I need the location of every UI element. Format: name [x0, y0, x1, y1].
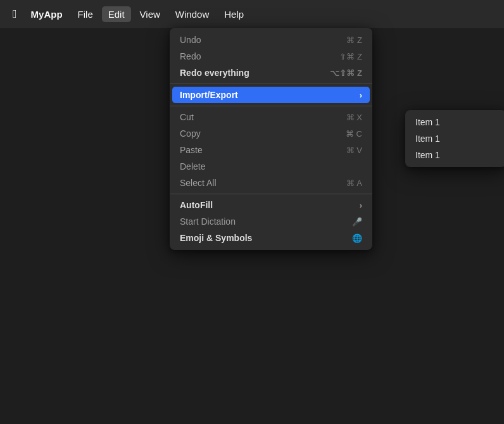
- app-name-menu-item[interactable]: MyApp: [25, 6, 69, 22]
- separator-3: [170, 194, 372, 194]
- cut-shortcut: ⌘ X: [346, 113, 362, 122]
- emoji-symbols-icon: 🌐: [352, 234, 362, 243]
- copy-label: Copy: [180, 128, 201, 139]
- paste-shortcut: ⌘ V: [346, 146, 362, 155]
- redo-everything-menu-item[interactable]: Redo everything ⌥⇧⌘ Z: [170, 65, 372, 81]
- submenu-item-1-label: Item 1: [415, 117, 440, 127]
- delete-menu-item[interactable]: Delete: [170, 158, 372, 175]
- undo-menu-item[interactable]: Undo ⌘ Z: [170, 32, 372, 48]
- import-export-chevron-icon: ›: [360, 90, 362, 100]
- redo-everything-shortcut: ⌥⇧⌘ Z: [330, 68, 362, 78]
- import-export-submenu: Item 1 Item 1 Item 1: [405, 110, 504, 167]
- delete-label: Delete: [180, 161, 205, 171]
- redo-shortcut: ⇧⌘ Z: [339, 52, 362, 61]
- redo-menu-item[interactable]: Redo ⇧⌘ Z: [170, 48, 372, 65]
- edit-dropdown-menu: Undo ⌘ Z Redo ⇧⌘ Z Redo everything ⌥⇧⌘ Z…: [170, 28, 372, 250]
- menu-bar:  MyApp File Edit View Window Help: [0, 0, 504, 28]
- select-all-shortcut: ⌘ A: [346, 178, 362, 188]
- file-menu-item[interactable]: File: [72, 6, 99, 22]
- submenu-item-1[interactable]: Item 1: [405, 114, 504, 130]
- paste-label: Paste: [180, 145, 203, 155]
- emoji-symbols-menu-item[interactable]: Emoji & Symbols 🌐: [170, 230, 372, 246]
- redo-everything-label: Redo everything: [180, 68, 249, 78]
- cut-label: Cut: [180, 112, 194, 122]
- autofill-chevron-icon: ›: [360, 201, 362, 210]
- submenu-item-2-label: Item 1: [415, 134, 440, 144]
- start-dictation-label: Start Dictation: [180, 216, 236, 227]
- copy-menu-item[interactable]: Copy ⌘ C: [170, 125, 372, 142]
- help-menu-item[interactable]: Help: [218, 6, 250, 22]
- dictation-icon: 🎤: [352, 217, 362, 227]
- view-menu-item[interactable]: View: [134, 6, 167, 22]
- submenu-item-3[interactable]: Item 1: [405, 147, 504, 163]
- window-menu-item[interactable]: Window: [169, 6, 215, 22]
- apple-menu-item[interactable]: : [8, 5, 22, 23]
- paste-menu-item[interactable]: Paste ⌘ V: [170, 142, 372, 158]
- separator-1: [170, 84, 372, 84]
- separator-2: [170, 106, 372, 106]
- select-all-menu-item[interactable]: Select All ⌘ A: [170, 175, 372, 191]
- edit-menu-item[interactable]: Edit: [102, 6, 131, 22]
- autofill-label: AutoFill: [180, 200, 213, 210]
- autofill-menu-item[interactable]: AutoFill ›: [170, 197, 372, 213]
- import-export-menu-item[interactable]: Import/Export ›: [172, 87, 370, 103]
- select-all-label: Select All: [180, 178, 217, 188]
- start-dictation-menu-item[interactable]: Start Dictation 🎤: [170, 213, 372, 230]
- undo-label: Undo: [180, 35, 201, 45]
- copy-shortcut: ⌘ C: [346, 129, 362, 139]
- import-export-label: Import/Export: [180, 90, 238, 100]
- submenu-item-3-label: Item 1: [415, 150, 440, 160]
- undo-shortcut: ⌘ Z: [346, 35, 362, 45]
- submenu-item-2[interactable]: Item 1: [405, 130, 504, 147]
- redo-label: Redo: [180, 51, 201, 61]
- cut-menu-item[interactable]: Cut ⌘ X: [170, 109, 372, 125]
- emoji-symbols-label: Emoji & Symbols: [180, 233, 252, 243]
